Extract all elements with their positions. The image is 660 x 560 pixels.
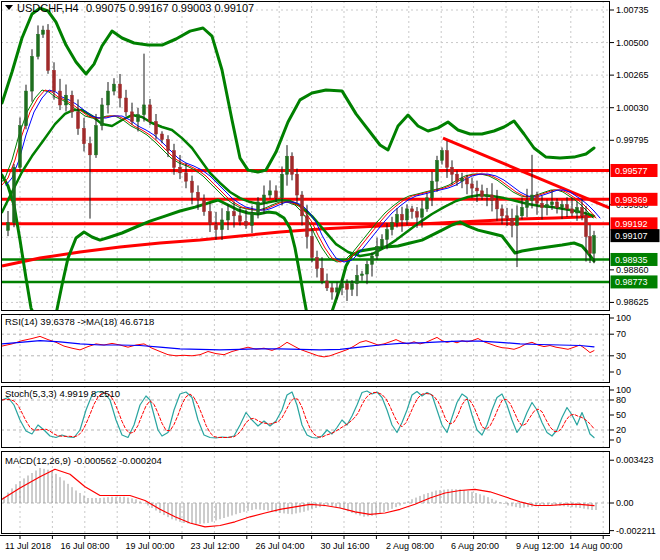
bear-candle [326,281,329,288]
bear-candle [125,98,128,112]
main-plot-area[interactable] [1,1,610,311]
bull-candle [107,91,110,105]
bear-candle [496,201,499,209]
bear-candle [321,268,324,280]
bull-candle [356,275,359,283]
time-axis-label: 19 Jul 00:00 [125,541,174,551]
bull-candle [42,30,45,34]
bull-candle [531,195,534,201]
bear-candle [233,212,236,216]
bear-candle [581,207,584,215]
bear-candle [541,203,544,207]
macd-scale-label: 0.003423 [616,455,654,465]
bull-candle [426,198,429,209]
bear-candle [571,209,574,213]
rsi-scale-label: 70 [616,329,626,339]
bear-candle [173,151,176,168]
bull-candle [221,220,224,230]
bull-candle [31,56,34,91]
stoch-scale-label: 100 [616,385,631,395]
bull-candle [406,209,409,220]
bull-candle [251,213,254,225]
bear-candle [179,167,182,173]
bull-candle [396,214,399,222]
bear-candle [53,70,56,91]
bull-candle [431,181,434,198]
time-axis-label: 30 Jul 16:00 [320,541,369,551]
bear-candle [209,212,212,224]
bear-candle [71,95,74,112]
bull-candle [576,207,579,213]
stoch-scale-label: 20 [616,425,626,435]
stoch-scale-label: 80 [616,395,626,405]
time-axis-label: 6 Aug 20:00 [451,541,499,551]
bear-candle [131,112,134,122]
bear-candle [416,212,419,218]
macd-scale-label: -0.002211 [616,526,656,536]
bull-candle [421,209,424,217]
bear-candle [296,174,299,195]
bear-candle [119,84,122,98]
bear-candle [446,151,449,168]
bear-candle [331,288,334,292]
bear-candle [161,134,164,140]
bear-candle [89,144,92,155]
bull-candle [376,246,379,256]
bull-candle [7,223,10,231]
bull-candle [561,205,564,208]
bear-candle [511,219,514,226]
bear-candle [566,205,569,209]
rsi-scale-label: 30 [616,351,626,361]
price-axis-label: 1.00735 [616,5,649,15]
bear-candle [191,181,194,192]
time-axis-label: 26 Jul 04:00 [255,541,304,551]
bull-candle [361,274,364,275]
bull-candle [341,284,344,288]
bull-candle [521,207,524,215]
bull-candle [257,202,260,213]
bear-candle [275,191,278,198]
bear-candle [83,128,86,143]
bull-candle [391,223,394,230]
bull-candle [461,178,464,181]
time-axis-label: 11 Jul 2018 [5,541,51,551]
title-ohlc-values: 0.99075 0.99167 0.99003 0.99107 [86,2,254,14]
bear-candle [585,216,588,237]
price-axis-label: 1.00500 [616,38,649,48]
chart-canvas[interactable]: 1.007351.005001.002651.000300.997950.993… [0,0,660,560]
bear-candle [491,195,494,201]
bull-candle [371,256,374,264]
bear-candle [47,30,50,70]
bear-candle [316,257,319,268]
price-axis-label: 0.99795 [616,135,649,145]
bear-candle [203,199,206,211]
price-badge-label: 0.99577 [615,166,648,176]
bear-candle [501,209,504,216]
bear-candle [311,237,314,258]
bull-candle [113,84,116,91]
price-badge-label: 0.99107 [615,231,648,241]
bear-candle [401,214,404,220]
bull-candle [386,230,389,240]
time-axis-label: 14 Aug 00:00 [569,541,622,551]
bear-candle [59,91,62,105]
bull-candle [263,195,266,202]
bull-candle [436,160,439,181]
rsi-scale-label: 0 [616,367,621,377]
time-axis-label: 9 Aug 12:00 [516,541,564,551]
price-badge-label: 0.99369 [615,195,648,205]
bear-candle [167,140,170,151]
bull-candle [13,167,16,222]
bear-candle [197,192,200,199]
bear-candle [245,221,248,225]
bull-candle [281,174,284,198]
price-axis-label: 1.00265 [616,70,649,80]
bear-candle [77,112,80,129]
bear-candle [291,156,294,174]
bull-candle [516,216,519,226]
bear-candle [589,237,592,254]
bear-candle [466,178,469,184]
bear-candle [456,174,459,181]
bull-candle [143,105,146,115]
bull-candle [336,288,339,292]
